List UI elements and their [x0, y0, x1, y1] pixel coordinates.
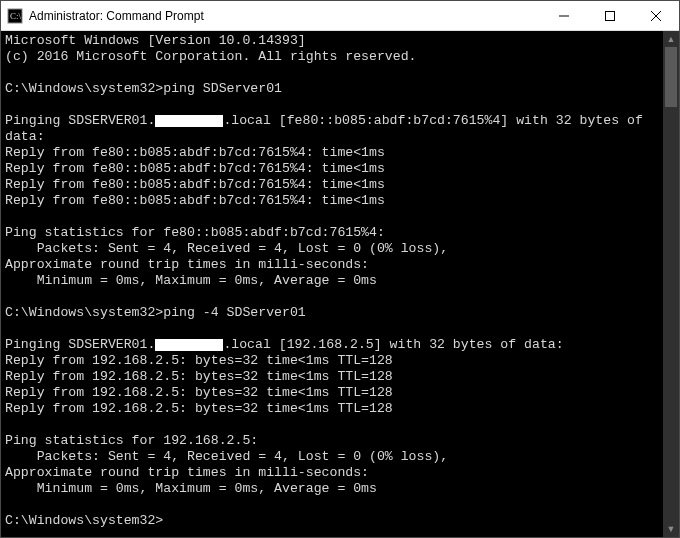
svg-text:C:\: C:\	[10, 11, 22, 21]
copyright-line: (c) 2016 Microsoft Corporation. All righ…	[5, 49, 417, 64]
minimize-button[interactable]	[541, 1, 587, 30]
cmd-icon: C:\	[7, 8, 23, 24]
redacted-domain	[155, 339, 223, 351]
window-controls	[541, 1, 679, 30]
ping-packets: Packets: Sent = 4, Received = 4, Lost = …	[5, 241, 448, 256]
svg-rect-3	[606, 11, 615, 20]
ping-intro: Pinging SDSERVER01.	[5, 113, 155, 128]
scroll-thumb[interactable]	[665, 47, 677, 107]
ping-reply: Reply from fe80::b085:abdf:b7cd:7615%4: …	[5, 193, 385, 208]
window-title: Administrator: Command Prompt	[29, 9, 541, 23]
maximize-button[interactable]	[587, 1, 633, 30]
command-text: ping SDServer01	[163, 81, 282, 96]
ping-reply: Reply from 192.168.2.5: bytes=32 time<1m…	[5, 369, 393, 384]
ping-reply: Reply from fe80::b085:abdf:b7cd:7615%4: …	[5, 161, 385, 176]
ping-packets: Packets: Sent = 4, Received = 4, Lost = …	[5, 449, 448, 464]
ping-reply: Reply from 192.168.2.5: bytes=32 time<1m…	[5, 401, 393, 416]
cursor	[163, 514, 171, 528]
scroll-up-arrow[interactable]: ▲	[663, 31, 679, 47]
scroll-down-arrow[interactable]: ▼	[663, 521, 679, 537]
ping-reply: Reply from fe80::b085:abdf:b7cd:7615%4: …	[5, 145, 385, 160]
titlebar[interactable]: C:\ Administrator: Command Prompt	[1, 1, 679, 31]
prompt-path: C:\Windows\system32>	[5, 513, 163, 528]
scroll-track[interactable]	[663, 47, 679, 521]
terminal-output[interactable]: Microsoft Windows [Version 10.0.14393] (…	[1, 31, 663, 537]
close-button[interactable]	[633, 1, 679, 30]
command-prompt-window: C:\ Administrator: Command Prompt Micros…	[0, 0, 680, 538]
ping-intro: Pinging SDSERVER01.	[5, 337, 155, 352]
os-version-line: Microsoft Windows [Version 10.0.14393]	[5, 33, 306, 48]
prompt-path: C:\Windows\system32>	[5, 305, 163, 320]
ping-reply: Reply from 192.168.2.5: bytes=32 time<1m…	[5, 385, 393, 400]
ping-stats-title: Ping statistics for 192.168.2.5:	[5, 433, 258, 448]
prompt-path: C:\Windows\system32>	[5, 81, 163, 96]
command-text: ping -4 SDServer01	[163, 305, 305, 320]
ping-stats-title: Ping statistics for fe80::b085:abdf:b7cd…	[5, 225, 385, 240]
ping-reply: Reply from fe80::b085:abdf:b7cd:7615%4: …	[5, 177, 385, 192]
vertical-scrollbar[interactable]: ▲ ▼	[663, 31, 679, 537]
ping-approx: Approximate round trip times in milli-se…	[5, 257, 369, 272]
ping-approx: Approximate round trip times in milli-se…	[5, 465, 369, 480]
ping-times: Minimum = 0ms, Maximum = 0ms, Average = …	[5, 481, 377, 496]
redacted-domain	[155, 115, 223, 127]
ping-times: Minimum = 0ms, Maximum = 0ms, Average = …	[5, 273, 377, 288]
ping-reply: Reply from 192.168.2.5: bytes=32 time<1m…	[5, 353, 393, 368]
terminal-area: Microsoft Windows [Version 10.0.14393] (…	[1, 31, 679, 537]
